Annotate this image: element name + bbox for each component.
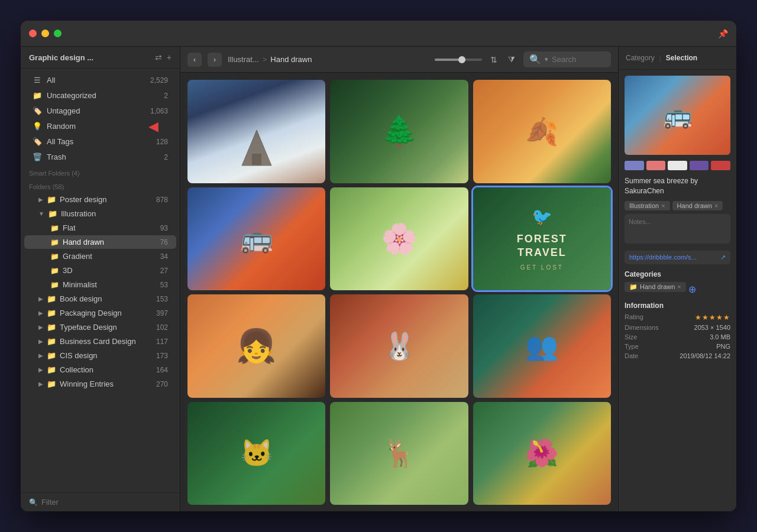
- sidebar-item-count: 1,063: [150, 107, 168, 115]
- sidebar-item-uncategorized[interactable]: 📁 Uncategorized 2: [24, 88, 176, 103]
- grid-item[interactable]: 🍂: [473, 80, 611, 183]
- panel-divider: |: [659, 54, 661, 62]
- grid-item[interactable]: 🦌: [330, 402, 468, 505]
- folder-icon: 📁: [47, 379, 56, 388]
- sidebar-item-illustration[interactable]: ▼ 📁 Illustration: [24, 207, 176, 220]
- sidebar-item-label: Untagged: [47, 106, 145, 115]
- sidebar-item-book-design[interactable]: ▶ 📁 Book design 153: [24, 292, 176, 306]
- folder-label: Book design: [60, 294, 153, 303]
- maximize-button[interactable]: [54, 30, 62, 37]
- sidebar-item-untagged[interactable]: 🏷️ Untagged 1,063: [24, 103, 176, 118]
- folder-label: 3D: [63, 266, 157, 275]
- grid-item[interactable]: 👥: [473, 294, 611, 398]
- sidebar-item-packaging-design[interactable]: ▶ 📁 Packaging Design 397: [24, 306, 176, 320]
- folder-count: 878: [156, 196, 168, 204]
- sidebar-item-count: 2: [164, 92, 168, 100]
- grid-item[interactable]: 🌲: [330, 80, 468, 183]
- sidebar-item-business-card[interactable]: ▶ 📁 Business Card Design 117: [24, 335, 176, 348]
- grid-item[interactable]: 🌸: [330, 187, 468, 291]
- tab-category[interactable]: Category: [626, 53, 655, 63]
- folder-count: 76: [160, 238, 168, 246]
- folder-count: 34: [160, 252, 168, 261]
- swatch-5[interactable]: [711, 161, 730, 170]
- swatch-1[interactable]: [625, 161, 644, 170]
- tag-remove-icon[interactable]: ×: [661, 202, 665, 209]
- folder-icon: 📁: [47, 351, 56, 360]
- color-swatches: [625, 161, 730, 170]
- random-icon: 💡: [33, 122, 42, 131]
- category-remove-icon[interactable]: ×: [677, 283, 681, 290]
- grid-item[interactable]: 🌺: [473, 402, 611, 505]
- sidebar-item-typeface-design[interactable]: ▶ 📁 Typeface Design 102: [24, 320, 176, 334]
- minimize-button[interactable]: [41, 30, 49, 37]
- sidebar-item-winning-entries[interactable]: ▶ 📁 Winning Entries 270: [24, 377, 176, 391]
- sidebar-item-minimalist[interactable]: 📁 Minimalist 53: [24, 278, 176, 291]
- grid-item[interactable]: 🐰: [330, 294, 468, 398]
- forward-button[interactable]: ›: [208, 53, 222, 67]
- svg-rect-1: [252, 154, 261, 166]
- categories-title: Categories: [625, 270, 730, 278]
- chevron-right-icon: ▶: [38, 296, 43, 302]
- sidebar-item-count: 2,529: [150, 76, 168, 85]
- sidebar-item-flat[interactable]: 📁 Flat 93: [24, 221, 176, 235]
- slider-thumb[interactable]: [458, 56, 465, 63]
- link-text[interactable]: https://dribbble.com/s...: [629, 254, 718, 261]
- chevron-down-icon: ▼: [38, 210, 44, 217]
- subfolder-icon: 📁: [50, 267, 59, 275]
- add-category-button[interactable]: ⊕: [688, 284, 696, 295]
- size-row: Size 3.0 MB: [625, 333, 730, 340]
- folder-label: Typeface Design: [60, 323, 153, 332]
- breadcrumb-root[interactable]: Illustrat...: [228, 55, 259, 64]
- external-link-icon[interactable]: ↗: [720, 254, 726, 261]
- grid-item[interactable]: [187, 80, 325, 183]
- grid-item-forest-travel[interactable]: 🐦 FORESTTRAVEL GET LOST: [473, 187, 611, 291]
- app-window: 📌 Graphic design ... ⇄ + ☰ All 2,529 📁 U…: [21, 21, 736, 511]
- grid-item[interactable]: 🐱: [187, 402, 325, 505]
- sidebar-item-random[interactable]: 💡 Random ◀: [24, 119, 176, 134]
- sidebar-item-3d[interactable]: 📁 3D 27: [24, 264, 176, 277]
- search-input[interactable]: [552, 55, 605, 64]
- sidebar-item-collection[interactable]: ▶ 📁 Collection 164: [24, 363, 176, 377]
- folder-count: 53: [160, 281, 168, 289]
- grid-item[interactable]: 🚌: [187, 187, 325, 291]
- information-title: Information: [625, 301, 730, 310]
- swatch-4[interactable]: [690, 161, 709, 170]
- category-label: Hand drawn: [640, 283, 675, 290]
- grid-item[interactable]: 👧: [187, 294, 325, 398]
- filter-input[interactable]: [41, 498, 172, 507]
- slider-track[interactable]: [435, 59, 482, 61]
- search-dropdown-icon[interactable]: ▾: [545, 56, 548, 63]
- link-row: https://dribbble.com/s... ↗: [625, 251, 730, 264]
- date-label: Date: [625, 352, 638, 359]
- close-button[interactable]: [29, 30, 37, 37]
- swatch-2[interactable]: [646, 161, 666, 170]
- back-button[interactable]: ‹: [187, 53, 202, 67]
- folder-icon: 📁: [47, 365, 56, 374]
- chevron-right-icon: ▶: [38, 324, 43, 330]
- pin-icon: 📌: [718, 29, 728, 38]
- right-panel-header: Category | Selection: [619, 47, 736, 70]
- chevron-right-icon: ▶: [38, 310, 43, 316]
- rating-label: Rating: [625, 313, 643, 322]
- tag-remove-icon[interactable]: ×: [714, 202, 718, 209]
- sidebar-item-all-tags[interactable]: 🏷️ All Tags 128: [24, 134, 176, 149]
- sidebar-item-all[interactable]: ☰ All 2,529: [24, 73, 176, 87]
- zoom-slider[interactable]: [435, 59, 482, 61]
- sidebar-item-gradient[interactable]: 📁 Gradient 34: [24, 249, 176, 263]
- folder-count: 117: [156, 338, 168, 346]
- folder-label: Poster design: [60, 195, 153, 204]
- swatch-3[interactable]: [668, 161, 687, 170]
- sidebar-item-trash[interactable]: 🗑️ Trash 2: [24, 150, 176, 164]
- sidebar-item-hand-drawn[interactable]: 📁 Hand drawn 76: [24, 235, 176, 249]
- subfolder-icon: 📁: [50, 224, 59, 232]
- tab-selection[interactable]: Selection: [666, 53, 697, 63]
- filter-button[interactable]: ⧩: [506, 52, 517, 67]
- sort-button[interactable]: ⇅: [488, 53, 500, 67]
- sort-icon[interactable]: ⇄: [155, 53, 162, 62]
- notes-textarea[interactable]: [625, 214, 730, 244]
- sidebar-item-poster-design[interactable]: ▶ 📁 Poster design 878: [24, 193, 176, 206]
- add-icon[interactable]: +: [167, 53, 172, 62]
- sidebar-item-cis-design[interactable]: ▶ 📁 CIS design 173: [24, 349, 176, 362]
- folder-icon: 📁: [47, 195, 56, 204]
- filter-search-icon: 🔍: [29, 498, 38, 507]
